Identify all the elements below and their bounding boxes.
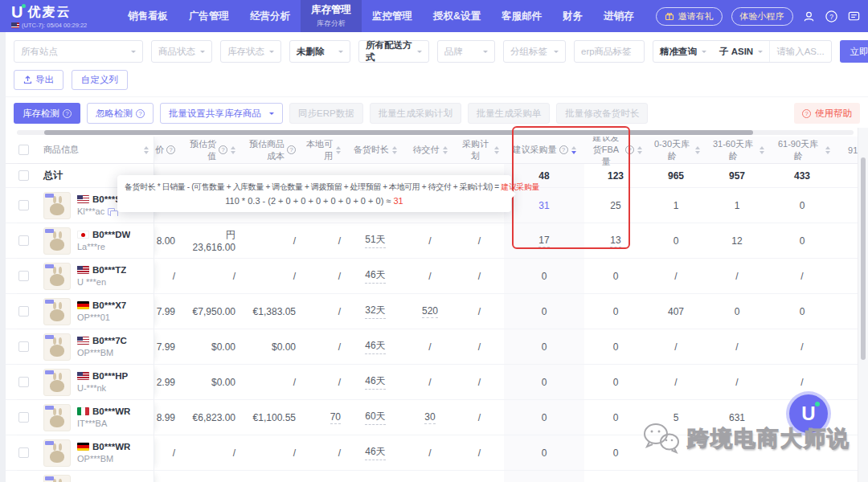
sort-icon[interactable] — [144, 144, 149, 157]
cell-value: 631 — [729, 412, 745, 423]
jp-flag-icon — [77, 231, 89, 239]
select-all-checkbox[interactable] — [18, 145, 29, 155]
product-thumbnail[interactable] — [43, 369, 71, 396]
sort-icon[interactable] — [695, 144, 700, 157]
export-button[interactable]: 导出 — [14, 70, 63, 90]
sort-icon[interactable] — [760, 144, 764, 157]
filter-select-4[interactable]: 未删除 — [289, 40, 350, 63]
filter-select-6[interactable]: 品牌 — [437, 40, 495, 63]
cell-age_61_90: 0 — [769, 223, 835, 258]
info-icon[interactable]: ? — [219, 145, 227, 154]
product-thumbnail[interactable] — [43, 263, 71, 290]
cell-value[interactable]: 46天 — [365, 339, 385, 354]
filter-select-7[interactable]: 分组标签 — [503, 40, 566, 63]
feedback-icon[interactable] — [847, 10, 861, 23]
info-icon[interactable]: ? — [559, 145, 568, 154]
nav-item-8[interactable]: 财务 — [552, 0, 593, 32]
row-checkbox[interactable] — [18, 200, 29, 210]
row-checkbox[interactable] — [18, 447, 29, 458]
support-icon[interactable] — [802, 10, 816, 23]
filter-select-5[interactable]: 所有配送方式 — [358, 40, 429, 63]
row-checkbox[interactable] — [18, 271, 29, 281]
row-checkbox[interactable] — [18, 412, 29, 423]
precise-query-select[interactable]: 精准查询 — [653, 41, 713, 62]
product-thumbnail[interactable] — [43, 404, 71, 431]
cell-value[interactable]: 60天 — [365, 410, 385, 425]
cell-value: / — [428, 271, 431, 282]
cell-pending_delivery: / — [405, 223, 455, 258]
cell-value: / — [338, 271, 341, 282]
sort-icon[interactable] — [637, 144, 642, 157]
nav-item-5[interactable]: 监控管理 — [362, 0, 423, 32]
filter-select-3[interactable]: 库存状态 — [220, 40, 281, 63]
filter-select-2[interactable]: 商品状态 — [151, 40, 212, 63]
filter-select-1[interactable]: 所有站点 — [14, 40, 143, 63]
product-thumbnail[interactable] — [43, 192, 71, 219]
product-thumbnail[interactable] — [43, 298, 71, 325]
toolbar-button-3[interactable]: 批量设置共享库存商品 — [160, 103, 283, 124]
cell-value: 0 — [800, 306, 805, 317]
nav-item-3[interactable]: 经营分析 — [240, 0, 301, 32]
nav-item-9[interactable]: 进销存 — [593, 0, 645, 32]
nav-item-label: 客服邮件 — [502, 10, 542, 23]
nav-item-2[interactable]: 广告管理 — [178, 0, 240, 32]
cell-value[interactable]: 520 — [422, 305, 438, 318]
thumbnail-badge — [45, 476, 54, 480]
sort-icon[interactable] — [494, 144, 499, 157]
search-now-button[interactable]: 立即查询 — [840, 40, 868, 63]
info-icon[interactable]: ? — [625, 145, 634, 154]
cell-value[interactable]: 17 — [538, 235, 549, 247]
vscroll-thumb[interactable] — [861, 157, 866, 360]
row-checkbox[interactable] — [18, 306, 29, 317]
cell-value[interactable]: 46天 — [365, 445, 385, 460]
filter-input-8[interactable]: erp商品标签 — [574, 40, 645, 63]
brand[interactable]: U 优麦云 (UTC-7): 05/04 00:29:22 — [11, 0, 106, 32]
miniapp-button[interactable]: 体验小程序 — [731, 7, 793, 26]
toolbar-button-1[interactable]: 库存检测? — [14, 103, 80, 124]
sort-icon[interactable] — [392, 144, 397, 157]
cell-value[interactable]: 13 — [610, 235, 620, 247]
help-icon[interactable]: ? — [825, 10, 838, 23]
cell-suggest_purchase: 0 — [504, 435, 584, 470]
info-icon[interactable]: ? — [166, 145, 175, 154]
cell-value[interactable]: 46天 — [365, 268, 385, 284]
cell-value[interactable]: 30 — [424, 411, 435, 424]
cell-value[interactable]: 32天 — [365, 304, 385, 319]
copy-icon[interactable] — [108, 208, 115, 215]
row-checkbox[interactable] — [18, 377, 29, 387]
row-checkbox[interactable] — [18, 341, 29, 352]
customize-columns-button[interactable]: 自定义列 — [72, 70, 128, 90]
sort-icon[interactable] — [571, 144, 576, 157]
cell-value[interactable]: 46天 — [365, 374, 385, 390]
nav-item-1[interactable]: 销售看板 — [117, 0, 178, 32]
sort-icon[interactable] — [336, 144, 341, 157]
sort-icon[interactable] — [825, 144, 830, 157]
top-navbar: U 优麦云 (UTC-7): 05/04 00:29:22 销售看板广告管理经营… — [0, 0, 868, 32]
sub-asin-select[interactable]: 子 ASIN — [713, 41, 769, 62]
filter-label: erp商品标签 — [581, 46, 632, 58]
product-thumbnail[interactable] — [43, 475, 71, 482]
toolbar-button-2[interactable]: 忽略检测? — [87, 103, 154, 124]
hscroll-thumb[interactable] — [44, 130, 753, 135]
nav-item-6[interactable]: 授权&设置 — [423, 0, 491, 32]
column-header-age_31_60: 31-60天库龄 — [705, 137, 769, 163]
cell-value-link[interactable]: 31 — [538, 200, 549, 211]
nav-item-4[interactable]: 库存管理库存分析 — [301, 0, 362, 32]
sort-icon[interactable] — [443, 144, 448, 157]
cell-value[interactable]: 70 — [330, 411, 341, 424]
sort-down-icon — [443, 151, 448, 157]
cell-value[interactable]: 51天 — [365, 233, 385, 248]
info-icon[interactable]: ? — [287, 145, 296, 154]
row-checkbox[interactable] — [18, 235, 29, 246]
product-thumbnail[interactable] — [43, 333, 71, 361]
us-flag-icon — [77, 266, 89, 274]
sort-icon[interactable] — [231, 144, 235, 157]
product-thumbnail[interactable] — [43, 227, 71, 255]
nav-item-7[interactable]: 客服邮件 — [491, 0, 552, 32]
product-thumbnail[interactable] — [43, 439, 71, 467]
help-button[interactable]: ? 使用帮助 — [794, 103, 860, 124]
cell-age_0_30: 407 — [647, 294, 705, 329]
invite-gift-button[interactable]: 邀请有礼 — [656, 7, 723, 26]
asin-input[interactable]: 请输入AS... — [769, 41, 830, 62]
row-checkbox[interactable] — [18, 170, 29, 181]
